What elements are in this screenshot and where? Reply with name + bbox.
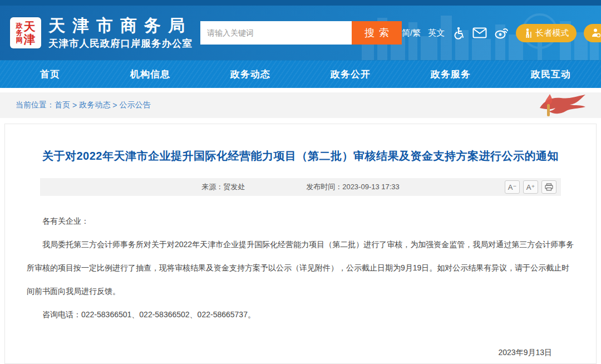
article-paragraph: 我局委托第三方会计师事务所对关于对2022年天津市企业提升国际化经营能力项目（第… xyxy=(27,233,574,303)
site-logo-seal: 政 务 网 天 津 xyxy=(10,17,41,48)
mail-icon[interactable] xyxy=(472,27,487,38)
article-date: 2023年9月13日 xyxy=(49,341,552,364)
site-search: 搜索 xyxy=(200,21,402,45)
site-title: 天津市商务局 xyxy=(48,16,193,35)
search-input[interactable] xyxy=(200,21,352,45)
site-subtitle: 天津市人民政府口岸服务办公室 xyxy=(48,37,193,50)
article-body: 各有关企业： 我局委托第三方会计师事务所对关于对2022年天津市企业提升国际化经… xyxy=(24,196,577,364)
breadcrumb-label: 当前位置： xyxy=(16,100,55,110)
nav-item-gov-services[interactable]: 政务服务 xyxy=(401,61,501,88)
weibo-icon[interactable] xyxy=(494,26,509,40)
breadcrumb-item-gov-news[interactable]: 政务动态 xyxy=(79,100,110,110)
elder-mode-button[interactable]: 长者模式 xyxy=(516,24,577,42)
header-utilities: 简/繁 英文 xyxy=(402,24,601,42)
source-label: 来源： xyxy=(201,183,223,191)
nav-item-gov-disclosure[interactable]: 政务公开 xyxy=(300,61,401,88)
publish-label: 发布时间： xyxy=(306,183,342,191)
seal-big-text: 天 津 xyxy=(24,20,36,46)
article-content: 关于对2022年天津市企业提升国际化经营能力项目（第二批）审核结果及资金支持方案… xyxy=(4,124,597,364)
article-source: 来源：贸发处 xyxy=(201,182,245,192)
lang-english-link[interactable]: 英文 xyxy=(428,28,445,38)
source-value: 贸发处 xyxy=(223,183,245,191)
main-nav: 首页 机构信息 政务动态 政务公开 政务服务 政民互动 xyxy=(0,60,601,88)
publish-value: 2023-09-13 17:33 xyxy=(342,183,400,191)
lang-toggle-link[interactable]: 简/繁 xyxy=(402,28,421,38)
breadcrumb-separator: > xyxy=(72,101,77,110)
article-paragraph: 咨询电话：022-58366501、022-58366502、022-58665… xyxy=(27,303,574,326)
nav-item-interaction[interactable]: 政民互动 xyxy=(501,61,601,88)
font-decrease-button[interactable]: A⁻ xyxy=(505,180,520,194)
article-meta-bar: 来源：贸发处 发布时间：2023-09-13 17:33 A⁻ A⁺ xyxy=(40,178,561,196)
nav-item-org-info[interactable]: 机构信息 xyxy=(100,61,200,88)
printer-icon xyxy=(545,183,553,191)
breadcrumb-item-home[interactable]: 首页 xyxy=(55,100,70,110)
nav-item-home[interactable]: 首页 xyxy=(0,61,100,88)
care-person-icon xyxy=(592,28,600,37)
elder-person-icon xyxy=(524,28,532,38)
breadcrumb-separator: > xyxy=(112,101,117,110)
seal-small-text: 政 务 网 xyxy=(16,22,23,44)
font-increase-button[interactable]: A⁺ xyxy=(523,180,538,194)
breadcrumb: 当前位置： 首页 > 政务动态 > 公示公告 xyxy=(0,92,601,118)
nav-item-gov-news[interactable]: 政务动态 xyxy=(200,61,300,88)
torch-ribbon-decoration xyxy=(529,94,587,118)
accessibility-icon[interactable] xyxy=(452,26,465,40)
article-publish-time: 发布时间：2023-09-13 17:33 xyxy=(306,182,400,192)
search-button[interactable]: 搜索 xyxy=(352,21,402,45)
elder-mode-label: 长者模式 xyxy=(535,28,569,38)
care-version-button[interactable]: 关爱版 xyxy=(584,24,601,42)
top-strip xyxy=(0,0,601,6)
breadcrumb-item-announcements[interactable]: 公示公告 xyxy=(119,100,150,110)
font-controls: A⁻ A⁺ xyxy=(505,180,556,194)
site-brand[interactable]: 政 务 网 天 津 天津市商务局 天津市人民政府口岸服务办公室 xyxy=(10,16,193,50)
site-titles: 天津市商务局 天津市人民政府口岸服务办公室 xyxy=(48,16,193,50)
article-title: 关于对2022年天津市企业提升国际化经营能力项目（第二批）审核结果及资金支持方案… xyxy=(24,149,577,164)
site-header: 政 务 网 天 津 天津市商务局 天津市人民政府口岸服务办公室 搜索 简/繁 英… xyxy=(0,6,601,60)
article-paragraph: 各有关企业： xyxy=(27,209,574,233)
page: 政 务 网 天 津 天津市商务局 天津市人民政府口岸服务办公室 搜索 简/繁 英… xyxy=(0,0,601,364)
print-button[interactable] xyxy=(541,180,556,194)
